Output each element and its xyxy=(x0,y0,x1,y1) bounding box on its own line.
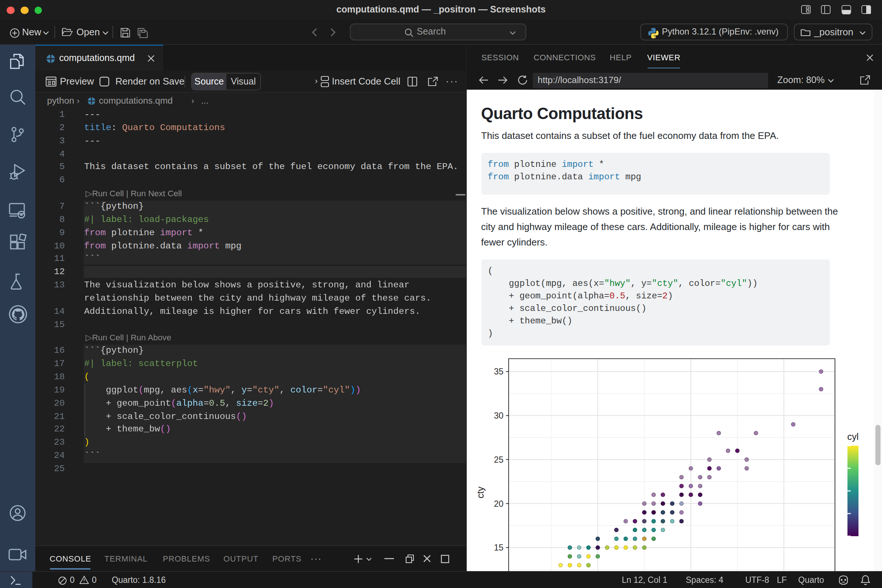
svg-text:30: 30 xyxy=(494,411,504,420)
svg-text:35: 35 xyxy=(494,367,504,376)
svg-text:20: 20 xyxy=(494,499,504,508)
svg-text:15: 15 xyxy=(494,543,504,552)
svg-text:cty: cty xyxy=(475,487,486,499)
svg-text:cyl: cyl xyxy=(848,432,859,442)
svg-text:25: 25 xyxy=(494,455,504,465)
